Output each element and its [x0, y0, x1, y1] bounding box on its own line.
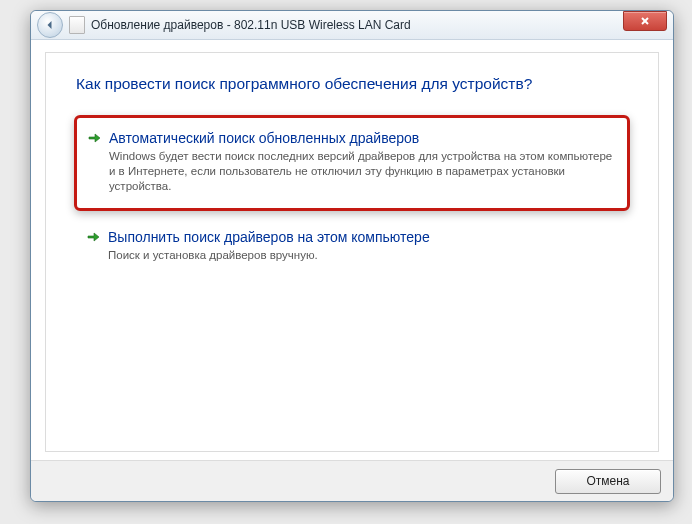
window-title: Обновление драйверов - 802.11n USB Wirel… — [91, 18, 617, 32]
document-icon — [69, 16, 85, 34]
close-button[interactable] — [623, 11, 667, 31]
option-manual-search[interactable]: Выполнить поиск драйверов на этом компью… — [78, 225, 630, 273]
option-title: Выполнить поиск драйверов на этом компью… — [108, 227, 616, 247]
bottom-bar: Отмена — [31, 460, 673, 501]
option-description: Поиск и установка драйверов вручную. — [108, 248, 616, 263]
back-button[interactable] — [37, 12, 63, 38]
cancel-button[interactable]: Отмена — [555, 469, 661, 494]
titlebar: Обновление драйверов - 802.11n USB Wirel… — [31, 11, 673, 40]
arrow-left-icon — [45, 20, 55, 30]
arrow-right-icon — [86, 230, 100, 244]
content-panel: Как провести поиск программного обеспече… — [45, 52, 659, 452]
page-heading: Как провести поиск программного обеспече… — [76, 75, 630, 93]
option-auto-search[interactable]: Автоматический поиск обновленных драйвер… — [74, 115, 630, 211]
content-wrap: Как провести поиск программного обеспече… — [31, 40, 673, 460]
driver-update-wizard-window: Обновление драйверов - 802.11n USB Wirel… — [30, 10, 674, 502]
option-title: Автоматический поиск обновленных драйвер… — [109, 128, 613, 148]
option-description: Windows будет вести поиск последних верс… — [109, 149, 613, 194]
close-icon — [640, 17, 650, 25]
arrow-right-icon — [87, 131, 101, 145]
